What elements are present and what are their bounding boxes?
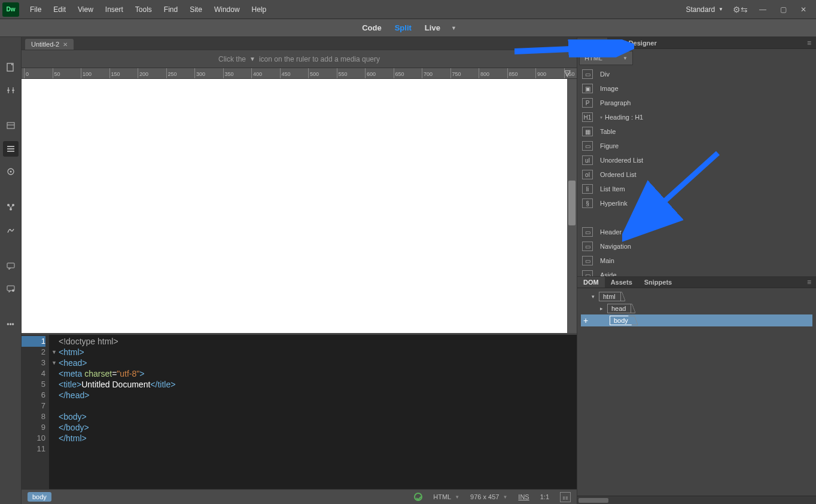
workspace-select[interactable]: Standard ▼ [681,3,728,16]
view-code-button[interactable]: Code [360,21,384,35]
scrollbar-thumb[interactable] [578,498,608,503]
fold-icon[interactable]: ▼ [51,347,57,358]
comment-icon[interactable] [3,258,19,274]
more-tools-icon[interactable]: ••• [3,317,19,332]
menu-tools[interactable]: Tools [129,2,158,17]
code-line[interactable]: <title>Untitled Document</title> [59,379,577,390]
code-line[interactable]: ▼<head> [59,358,577,368]
insert-item-aside[interactable]: ▭Aside [577,268,816,276]
insert-item-figure[interactable]: ▭Figure [577,139,816,153]
twisty-icon[interactable]: ▸ [598,306,605,311]
line-number[interactable]: 1 [22,336,45,347]
insert-item-heading-h1[interactable]: H1▾Heading : H1 [577,110,816,124]
code-line[interactable]: <!doctype html> [59,336,577,347]
status-ok-icon[interactable] [414,493,422,501]
code-line[interactable]: </body> [59,422,577,433]
menu-insert[interactable]: Insert [99,2,129,17]
line-number[interactable]: 4 [22,368,45,379]
status-language-select[interactable]: HTML ▼ [433,493,459,500]
twisty-icon[interactable]: ▾ [589,294,596,300]
menu-edit[interactable]: Edit [47,2,72,17]
status-insert-mode[interactable]: INS [518,493,529,500]
code-line[interactable] [59,401,577,411]
sync-settings-icon[interactable]: ⚙⇆ [733,5,748,14]
design-view[interactable] [22,79,577,333]
close-tab-icon[interactable]: ✕ [63,41,68,48]
document-tab[interactable]: Untitled-2 ✕ [25,39,74,50]
menu-file[interactable]: File [24,2,47,17]
dom-node-html[interactable]: ▾ html [581,291,812,303]
code-line[interactable]: </html> [59,433,577,444]
scrollbar-thumb[interactable] [568,181,576,225]
tab-insert[interactable]: Insert [577,38,607,48]
file-management-icon[interactable] [3,60,19,75]
insert-item-paragraph[interactable]: PParagraph [577,96,816,110]
expand-code-icon[interactable] [3,83,19,98]
line-number[interactable]: 7 [22,401,45,411]
close-button[interactable]: ✕ [793,2,814,17]
insert-item-div[interactable]: ▭Div [577,67,816,81]
live-view-options-icon[interactable] [3,141,19,157]
insert-item-main[interactable]: ▭Main [577,253,816,268]
insert-item-hyperlink[interactable]: §Hyperlink [577,196,816,210]
dom-scrollbar[interactable] [577,496,816,504]
insert-item-navigation[interactable]: ▭Navigation [577,239,816,253]
maximize-button[interactable]: ▢ [773,2,793,17]
snippets-icon[interactable] [3,281,19,297]
line-number[interactable]: 11 [22,444,45,454]
line-number[interactable]: 10 [22,433,45,444]
view-live-dropdown-icon[interactable]: ▼ [451,25,456,31]
line-number[interactable]: 3 [22,358,45,368]
code-line[interactable]: ▼<html> [59,347,577,358]
ruler[interactable]: ▽ 05010015020025030035040045050055060065… [22,68,577,79]
code-line[interactable] [59,444,577,454]
tab-dom[interactable]: DOM [577,277,605,288]
menu-find[interactable]: Find [158,2,184,17]
view-split-button[interactable]: Split [392,21,414,35]
line-number[interactable]: 9 [22,422,45,433]
insert-item-list-item[interactable]: liList Item [577,182,816,196]
insert-category-select[interactable]: HTML ▼ [579,51,633,65]
dom-node-body[interactable]: + body [581,314,812,326]
line-number[interactable]: 8 [22,411,45,422]
line-number[interactable]: 6 [22,390,45,401]
ruler-tick: 600 [365,68,376,79]
panel-menu-icon[interactable]: ≡ [802,278,816,286]
insert-item-table[interactable]: ▦Table [577,124,816,139]
menu-site[interactable]: Site [184,2,208,17]
status-size-select[interactable]: 976 x 457 ▼ [470,493,507,500]
insert-item-image[interactable]: ▣Image [577,81,816,96]
tab-css-designer[interactable]: CSS Designer [607,38,663,48]
dom-node-head[interactable]: ▸ head [581,303,812,314]
line-number[interactable]: 2 [22,347,45,358]
code-view[interactable]: 1234567891011 <!doctype html>▼<html>▼<he… [22,333,577,489]
panel-menu-icon[interactable]: ≡ [802,39,816,47]
fold-icon[interactable]: ▼ [51,358,57,368]
inspect-icon[interactable] [3,164,19,179]
dom-tag-body: body [610,316,634,325]
insert-item-header[interactable]: ▭Header [577,225,816,239]
code-line[interactable]: </head> [59,390,577,401]
insert-item-label: Image [600,85,619,92]
code-line[interactable]: <body> [59,411,577,422]
menu-view[interactable]: View [72,2,99,17]
line-number[interactable]: 5 [22,379,45,390]
insert-item-ordered-list[interactable]: olOrdered List [577,167,816,182]
related-files-icon[interactable] [3,118,19,134]
status-preview-icon[interactable]: ⚏ [560,492,571,502]
assets-icon[interactable] [3,222,19,238]
add-node-icon[interactable]: + [581,316,590,325]
code-line[interactable]: <meta charset="utf-8"> [59,368,577,379]
insert-item-icon: ▭ [582,270,593,276]
menu-help[interactable]: Help [246,2,273,17]
view-live-button[interactable]: Live [422,21,443,35]
dom-icon[interactable] [3,200,19,215]
menu-window[interactable]: Window [208,2,246,17]
minimize-button[interactable]: — [753,2,773,17]
tab-assets[interactable]: Assets [605,277,638,288]
design-view-scrollbar[interactable] [567,79,577,333]
tab-snippets[interactable]: Snippets [638,277,678,288]
insert-item-unordered-list[interactable]: ulUnordered List [577,153,816,167]
status-tag-selector[interactable]: body [28,492,51,502]
ruler-tick: 300 [194,68,205,79]
